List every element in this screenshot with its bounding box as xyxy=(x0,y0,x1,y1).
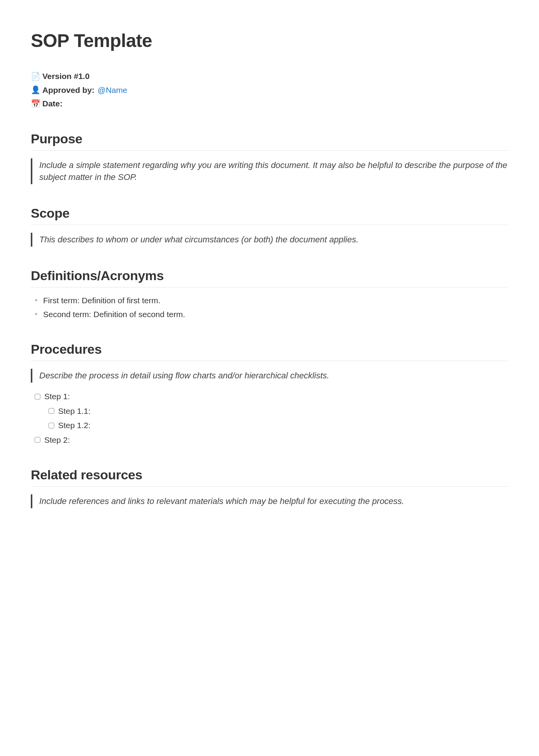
callout-procedures: Describe the process in detail using flo… xyxy=(31,369,508,383)
meta-block: 📄 Version #1.0 👤 Approved by: @Name 📅 Da… xyxy=(31,70,508,110)
person-icon: 👤 xyxy=(31,84,39,96)
procedure-checklist: Step 1: Step 1.1: Step 1.2: Step 2: xyxy=(31,390,508,446)
approved-mention[interactable]: @Name xyxy=(97,84,127,96)
checkbox-icon[interactable] xyxy=(35,394,40,400)
definitions-list: First term: Definition of first term. Se… xyxy=(31,294,508,320)
check-label: Step 1.1: xyxy=(58,405,90,417)
list-item: Second term: Definition of second term. xyxy=(42,308,508,321)
check-label: Step 2: xyxy=(44,434,70,446)
meta-approved: 👤 Approved by: @Name xyxy=(31,84,508,96)
callout-scope: This describes to whom or under what cir… xyxy=(31,233,508,247)
checkbox-icon[interactable] xyxy=(35,437,40,443)
heading-procedures: Procedures xyxy=(31,339,508,361)
document-icon: 📄 xyxy=(31,71,39,82)
heading-related: Related resources xyxy=(31,465,508,487)
check-item: Step 1.1: xyxy=(49,405,508,417)
version-label: Version #1.0 xyxy=(42,70,90,82)
checkbox-icon[interactable] xyxy=(49,423,54,428)
meta-version: 📄 Version #1.0 xyxy=(31,70,508,82)
heading-scope: Scope xyxy=(31,203,508,225)
heading-definitions: Definitions/Acronyms xyxy=(31,266,508,287)
check-label: Step 1: xyxy=(44,390,70,403)
check-item: Step 1.2: xyxy=(49,419,508,432)
callout-purpose: Include a simple statement regarding why… xyxy=(31,158,508,185)
checkbox-icon[interactable] xyxy=(49,408,54,414)
calendar-icon: 📅 xyxy=(31,98,39,109)
check-item: Step 2: xyxy=(35,434,508,446)
procedure-sublist: Step 1.1: Step 1.2: xyxy=(35,405,508,432)
check-label: Step 1.2: xyxy=(58,419,90,432)
meta-date: 📅 Date: xyxy=(31,97,508,110)
approved-label: Approved by: xyxy=(42,84,94,96)
date-label: Date: xyxy=(42,97,63,110)
check-item: Step 1: Step 1.1: Step 1.2: xyxy=(35,390,508,432)
callout-related: Include references and links to relevant… xyxy=(31,494,508,508)
list-item: First term: Definition of first term. xyxy=(42,294,508,307)
page-title: SOP Template xyxy=(31,27,508,55)
heading-purpose: Purpose xyxy=(31,129,508,151)
